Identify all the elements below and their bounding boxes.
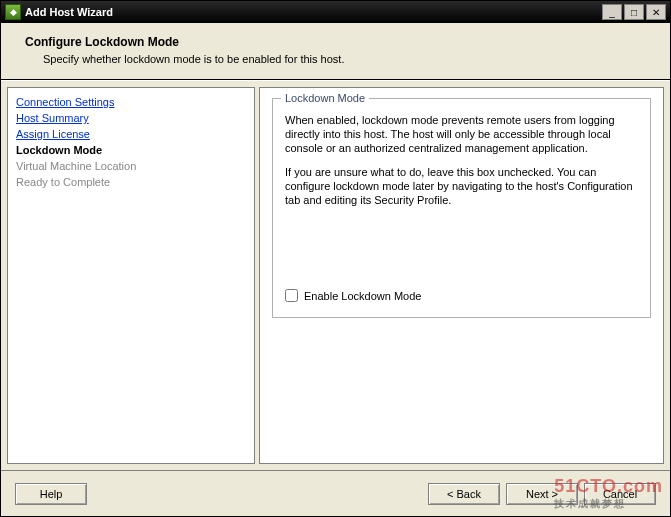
lockdown-description-1: When enabled, lockdown mode prevents rem… [285, 113, 638, 155]
close-button[interactable]: ✕ [646, 4, 666, 20]
enable-lockdown-label[interactable]: Enable Lockdown Mode [304, 290, 421, 302]
wizard-window: ◆ Add Host Wizard _ □ ✕ Configure Lockdo… [0, 0, 671, 517]
step-assign-license[interactable]: Assign License [16, 126, 246, 142]
minimize-button[interactable]: _ [602, 4, 622, 20]
wizard-main-panel: Lockdown Mode When enabled, lockdown mod… [259, 87, 664, 464]
app-icon: ◆ [5, 4, 21, 20]
page-title: Configure Lockdown Mode [25, 35, 646, 49]
step-host-summary[interactable]: Host Summary [16, 110, 246, 126]
back-button[interactable]: < Back [428, 483, 500, 505]
lockdown-mode-group: Lockdown Mode When enabled, lockdown mod… [272, 98, 651, 318]
maximize-button[interactable]: □ [624, 4, 644, 20]
lockdown-description-2: If you are unsure what to do, leave this… [285, 165, 638, 207]
page-subtitle: Specify whether lockdown mode is to be e… [25, 53, 646, 65]
group-legend: Lockdown Mode [281, 92, 369, 104]
window-title: Add Host Wizard [25, 6, 602, 18]
step-connection-settings[interactable]: Connection Settings [16, 94, 246, 110]
wizard-steps-sidebar: Connection Settings Host Summary Assign … [7, 87, 255, 464]
wizard-header: Configure Lockdown Mode Specify whether … [1, 23, 670, 80]
step-ready-complete: Ready to Complete [16, 174, 246, 190]
titlebar: ◆ Add Host Wizard _ □ ✕ [1, 1, 670, 23]
step-vm-location: Virtual Machine Location [16, 158, 246, 174]
cancel-button[interactable]: Cancel [584, 483, 656, 505]
wizard-body: Connection Settings Host Summary Assign … [1, 80, 670, 470]
help-button[interactable]: Help [15, 483, 87, 505]
step-lockdown-mode: Lockdown Mode [16, 142, 246, 158]
next-button[interactable]: Next > [506, 483, 578, 505]
wizard-footer: Help < Back Next > Cancel [1, 470, 670, 516]
enable-lockdown-checkbox[interactable] [285, 289, 298, 302]
